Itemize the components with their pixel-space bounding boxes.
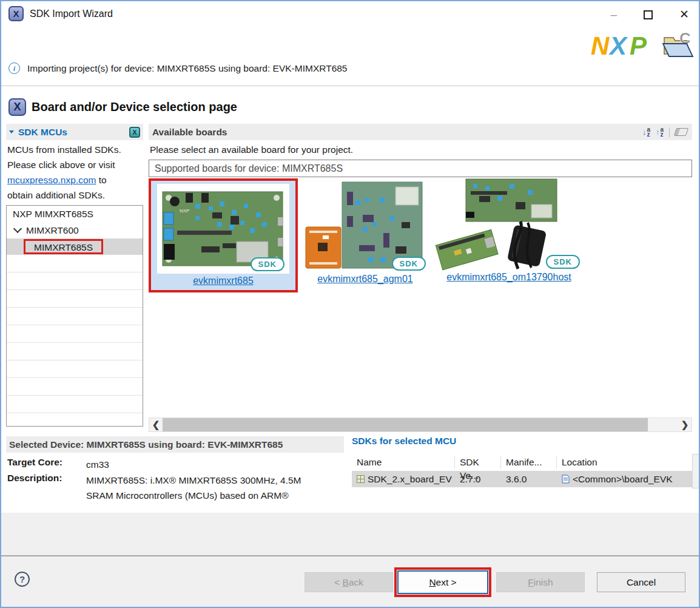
sdk-package-icon	[357, 475, 365, 483]
tree-empty-row	[7, 325, 143, 343]
info-icon: i	[8, 62, 20, 74]
tree-item-selected[interactable]: MIMXRT685S	[7, 238, 143, 255]
nxp-letter-p: P	[630, 32, 647, 59]
tree-empty-row	[7, 413, 143, 427]
available-boards-title: Available boards	[152, 127, 227, 138]
sdk-table-header: Name SDK Ve... Manife... Location	[352, 454, 692, 471]
sort-ascending-icon[interactable]: ↑az	[656, 127, 664, 137]
desc-line-4: obtain additional SDKs.	[7, 187, 144, 203]
lower-spacer-band	[1, 513, 699, 555]
boards-horizontal-scrollbar[interactable]: ❮ ❯	[149, 417, 692, 432]
sdk-import-wizard-window: X SDK Import Wizard – ✕ N X P C i Import…	[0, 0, 700, 608]
board-image-wrap: SDK	[429, 178, 588, 270]
next-button[interactable]: Next >	[397, 570, 488, 594]
sdks-for-mcu-title: SDKs for selected MCU	[352, 436, 456, 447]
description-label: Description:	[7, 473, 62, 484]
finish-button[interactable]: Finish	[496, 572, 585, 592]
nxp-letter-x: X	[608, 32, 628, 59]
mcu-tree: NXP MIMXRT685S MIMXRT600 MIMXRT685S	[6, 205, 143, 427]
board-filter-text: Supported boards for device: MIMXRT685S	[155, 163, 343, 174]
sdk-table: Name SDK Ve... Manife... Location SDK_2.…	[352, 454, 692, 487]
sdk-mcus-description: MCUs from installed SDKs. Please click a…	[7, 142, 144, 203]
sdk-version-cell: 2.7.0	[455, 474, 501, 485]
clear-filter-icon[interactable]	[674, 128, 688, 136]
sdk-badge: SDK	[546, 255, 580, 269]
collapse-triangle-icon[interactable]	[9, 130, 14, 133]
maximize-icon[interactable]	[644, 10, 653, 19]
tree-empty-row	[7, 396, 143, 413]
tree-empty-row	[7, 272, 143, 290]
tree-item-group[interactable]: MIMXRT600	[7, 222, 143, 238]
sort-descending-icon[interactable]: ↓az	[642, 127, 650, 137]
toolbar-divider	[669, 127, 670, 137]
annotation-box-mcu: MIMXRT685S	[24, 239, 103, 254]
tree-empty-row	[7, 343, 143, 360]
sdk-badge: SDK	[392, 257, 426, 271]
help-icon[interactable]: ?	[15, 572, 30, 587]
desc-line-3: mcuxpresso.nxp.com to	[7, 172, 144, 187]
mcuxpresso-app-icon: X	[8, 6, 24, 21]
column-header-name[interactable]: Name	[352, 456, 455, 469]
tree-group-label: MIMXRT600	[26, 225, 79, 236]
column-header-manifest[interactable]: Manife...	[501, 456, 557, 469]
board-image-wrap: NXP SDK	[157, 184, 289, 274]
column-header-sdk-version[interactable]: SDK Ve...	[455, 456, 501, 469]
minimize-icon[interactable]: –	[611, 6, 618, 23]
close-icon[interactable]: ✕	[679, 6, 689, 23]
board-filter-input[interactable]: Supported boards for device: MIMXRT685S	[149, 160, 692, 177]
tree-empty-row	[7, 360, 143, 378]
sdk-manifest-cell: 3.6.0	[501, 474, 557, 485]
board-link-evkmimxrt685-om13790host[interactable]: evkmimxrt685_om13790host	[446, 272, 571, 282]
svg-text:NXP: NXP	[180, 208, 189, 214]
tree-root-label: NXP MIMXRT685S	[13, 209, 93, 220]
nxp-logo: N X P	[591, 32, 655, 59]
tree-empty-row	[7, 290, 143, 308]
sdk-name-text: SDK_2.x_board_EV	[368, 474, 452, 485]
cancel-button[interactable]: Cancel	[597, 572, 685, 592]
sdk-table-row[interactable]: SDK_2.x_board_EV 2.7.0 3.6.0 <Common>\bo…	[352, 471, 692, 487]
available-boards-header: Available boards ↓az ↑az	[149, 124, 692, 140]
wizard-info-banner: i Importing project(s) for device: MIMXR…	[8, 62, 348, 74]
chevron-down-icon[interactable]	[13, 225, 22, 233]
selected-device-header: Selected Device: MIMXRT685S using board:…	[6, 436, 344, 453]
sdk-location-cell: <Common>\board_EVK	[557, 474, 692, 485]
tree-selected-label: MIMXRT685S	[34, 242, 93, 252]
window-controls: – ✕	[611, 6, 690, 23]
nxp-letter-n: N	[591, 32, 610, 59]
tree-empty-row	[7, 308, 143, 325]
tree-item-root[interactable]: NXP MIMXRT685S	[7, 206, 143, 222]
sdk-mcus-header[interactable]: SDK MCUs X	[6, 124, 143, 140]
mcuxpresso-teal-icon: X	[129, 127, 140, 138]
tree-empty-row	[7, 255, 143, 272]
description-line-2: SRAM Microcontrollers (MCUs) based on AR…	[86, 488, 347, 503]
target-core-value: cm33	[86, 457, 109, 472]
sdk-badge: SDK	[251, 257, 284, 271]
board-link-evkmimxrt685-agm01[interactable]: evkmimxrt685_agm01	[317, 274, 412, 284]
desc-line-2: Please click above or visit	[7, 157, 144, 172]
page-title: Board and/or Device selection page	[32, 100, 237, 114]
sdk-name-cell: SDK_2.x_board_EV	[352, 474, 455, 485]
board-card-evkmimxrt685[interactable]: NXP SDK evkmimxrt685	[149, 178, 298, 292]
back-button[interactable]: < Back	[305, 572, 393, 592]
header-logos: N X P C	[591, 29, 696, 59]
scroll-left-icon[interactable]: ❮	[149, 419, 163, 430]
board-card-evkmimxrt685-om13790host[interactable]: SDK evkmimxrt685_om13790host	[429, 178, 588, 283]
scrollbar-thumb[interactable]	[163, 418, 648, 431]
sdk-table-scrollbar[interactable]	[692, 454, 699, 488]
mcuxpresso-link[interactable]: mcuxpresso.nxp.com	[7, 175, 96, 185]
sdk-location-text: <Common>\board_EVK	[573, 474, 673, 485]
column-header-location[interactable]: Location	[557, 456, 692, 469]
header-divider	[1, 86, 699, 86]
page-heading: X Board and/or Device selection page	[8, 98, 237, 116]
board-image-wrap: SDK	[305, 180, 426, 272]
window-title: SDK Import Wizard	[30, 8, 113, 19]
toolbar: ↓az ↑az	[642, 127, 688, 137]
selected-device-text: Selected Device: MIMXRT685S using board:…	[9, 439, 283, 450]
mcuxpresso-page-icon: X	[8, 98, 26, 116]
scroll-right-icon[interactable]: ❯	[678, 419, 692, 430]
link-suffix: to	[96, 175, 106, 185]
info-text: Importing project(s) for device: MIMXRT6…	[27, 63, 348, 74]
board-link-evkmimxrt685[interactable]: evkmimxrt685	[193, 275, 254, 286]
board-card-evkmimxrt685-agm01[interactable]: SDK evkmimxrt685_agm01	[305, 180, 426, 285]
description-line-1: MIMXRT685S: i.MX® MIMXRT685S 300MHz, 4.5…	[86, 473, 347, 488]
